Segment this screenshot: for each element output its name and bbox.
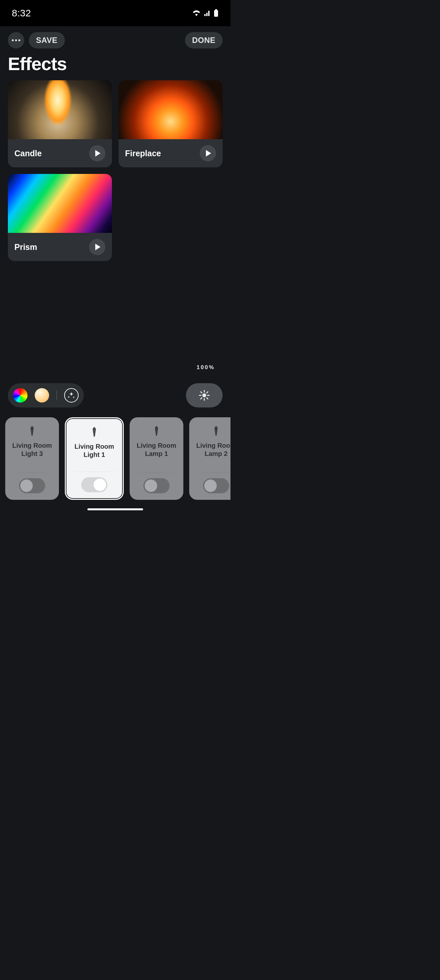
svg-point-2 bbox=[202, 393, 206, 397]
sparkle-icon bbox=[67, 391, 76, 399]
svg-rect-1 bbox=[215, 9, 217, 10]
effects-mode-button[interactable] bbox=[64, 388, 79, 402]
effect-preview bbox=[119, 80, 222, 139]
save-label: SAVE bbox=[36, 36, 58, 45]
status-icons bbox=[192, 9, 219, 18]
warm-white-icon[interactable] bbox=[35, 388, 49, 402]
play-icon bbox=[206, 150, 211, 157]
play-icon bbox=[95, 150, 100, 157]
done-label: DONE bbox=[192, 36, 215, 45]
light-name: Living Room Light 3 bbox=[5, 442, 59, 458]
more-icon bbox=[12, 39, 20, 41]
light-toggle[interactable] bbox=[19, 478, 45, 493]
status-time: 8:32 bbox=[12, 8, 31, 19]
svg-line-8 bbox=[207, 398, 208, 399]
bulb-icon bbox=[29, 426, 35, 436]
light-toggle[interactable] bbox=[81, 477, 107, 492]
light-toggle[interactable] bbox=[203, 478, 229, 493]
home-indicator[interactable] bbox=[87, 508, 143, 510]
brightness-icon bbox=[199, 390, 210, 401]
more-button[interactable] bbox=[8, 32, 24, 48]
header-actions: SAVE DONE bbox=[0, 26, 230, 48]
effect-card-candle[interactable]: Candle bbox=[8, 80, 112, 167]
light-name: Living Room Lamp 1 bbox=[130, 442, 183, 458]
mode-row bbox=[0, 383, 230, 407]
brightness-percent: 100% bbox=[197, 364, 215, 371]
svg-line-7 bbox=[201, 392, 202, 393]
bulb-icon bbox=[154, 426, 159, 436]
done-button[interactable]: DONE bbox=[185, 32, 222, 48]
effect-play-button[interactable] bbox=[200, 145, 216, 161]
cellular-icon bbox=[203, 10, 211, 17]
bulb-icon bbox=[91, 427, 97, 437]
effect-play-button[interactable] bbox=[89, 145, 105, 161]
wifi-icon bbox=[192, 10, 201, 17]
effect-label: Fireplace bbox=[125, 149, 161, 158]
effect-preview bbox=[8, 174, 112, 233]
color-mode-cluster bbox=[8, 383, 84, 407]
light-card[interactable]: Living Room Lamp 1 bbox=[130, 417, 183, 500]
svg-line-9 bbox=[201, 398, 202, 399]
effect-card-prism[interactable]: Prism bbox=[8, 174, 112, 261]
brightness-button[interactable] bbox=[186, 383, 222, 407]
bulb-icon bbox=[213, 426, 219, 436]
divider bbox=[56, 390, 57, 400]
effect-card-fireplace[interactable]: Fireplace bbox=[119, 80, 222, 167]
play-icon bbox=[95, 244, 100, 250]
status-bar: 8:32 bbox=[0, 0, 230, 26]
svg-line-10 bbox=[207, 392, 208, 393]
light-card[interactable]: Living Room Lamp 2 bbox=[189, 417, 230, 500]
effect-play-button[interactable] bbox=[89, 239, 105, 255]
light-card[interactable]: Living Room Light 3 bbox=[5, 417, 59, 500]
light-strip[interactable]: Living Room Light 3 Living Room Light 1 … bbox=[0, 417, 230, 514]
light-name: Living Room Lamp 2 bbox=[189, 442, 230, 458]
battery-icon bbox=[213, 9, 219, 18]
light-toggle[interactable] bbox=[143, 478, 170, 493]
effect-label: Prism bbox=[14, 242, 37, 252]
light-card-selected[interactable]: Living Room Light 1 bbox=[65, 417, 124, 500]
light-name: Living Room Light 1 bbox=[66, 442, 123, 459]
color-wheel-icon[interactable] bbox=[13, 388, 27, 402]
svg-rect-0 bbox=[214, 10, 218, 17]
effect-label: Candle bbox=[14, 149, 41, 158]
save-button[interactable]: SAVE bbox=[29, 32, 65, 48]
effect-preview bbox=[8, 80, 112, 139]
effects-grid: Candle Fireplace Prism bbox=[0, 80, 230, 261]
page-title: Effects bbox=[0, 48, 230, 80]
lower-controls: 100% bbox=[0, 383, 230, 514]
